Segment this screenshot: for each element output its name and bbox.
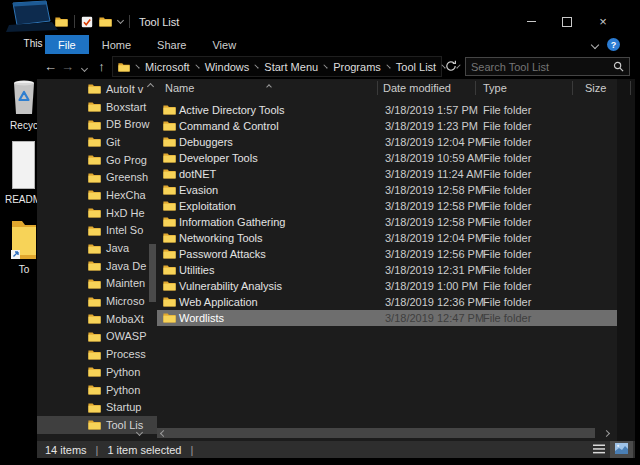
breadcrumb-item[interactable]: Programs	[333, 61, 381, 73]
document-icon	[11, 181, 36, 192]
file-type: File folder	[483, 296, 531, 308]
tree-item[interactable]: Python	[37, 381, 157, 399]
tab-share[interactable]: Share	[144, 35, 199, 54]
this-pc-icon	[6, 24, 60, 35]
tree-item-label: Greensh	[106, 171, 148, 183]
folder-icon	[88, 296, 101, 307]
horizontal-scrollbar[interactable]	[157, 428, 617, 438]
file-date-modified: 3/18/2019 12:04 PM	[385, 136, 484, 148]
column-header-date-modified[interactable]: Date modified	[383, 82, 451, 94]
file-row[interactable]: Exploitation3/18/2019 12:58 PMFile folde…	[157, 198, 617, 214]
minimize-button[interactable]	[513, 9, 549, 35]
thumbnails-view-button[interactable]	[610, 441, 633, 458]
tree-item[interactable]: Greensh	[37, 168, 157, 186]
navigation-pane: AutoIt vBoxstartDB BrowGitGo ProgGreensh…	[37, 79, 157, 441]
column-header-type[interactable]: Type	[483, 82, 507, 94]
file-row[interactable]: Debuggers3/18/2019 12:04 PMFile folder	[157, 134, 617, 150]
desktop-icon-this-pc[interactable]: This	[6, 0, 60, 49]
up-button[interactable]: ↑	[93, 60, 110, 73]
minimize-icon	[527, 21, 536, 22]
horizontal-scrollbar-thumb[interactable]	[157, 428, 595, 438]
column-separator[interactable]	[630, 81, 631, 95]
tree-item[interactable]: Boxstart	[37, 98, 157, 116]
tree-item[interactable]: Mainten	[37, 275, 157, 293]
tree-item[interactable]: DB Brow	[37, 115, 157, 133]
folder-icon	[163, 152, 176, 165]
search-box[interactable]	[465, 57, 630, 76]
breadcrumb-item[interactable]: Tool List	[396, 61, 436, 73]
quick-access-toolbar	[55, 15, 130, 28]
folder-icon[interactable]	[99, 16, 112, 27]
file-row[interactable]: Networking Tools3/18/2019 12:04 PMFile f…	[157, 230, 617, 246]
tree-item[interactable]: MobaXt	[37, 310, 157, 328]
forward-button[interactable]: →	[59, 60, 76, 73]
column-separator[interactable]	[475, 81, 476, 95]
tree-item[interactable]: Git	[37, 133, 157, 151]
checkmark-icon[interactable]	[81, 16, 93, 28]
column-header-name[interactable]: Name	[165, 82, 194, 94]
desktop: { "desktop": { "icons": [ { "id": "this-…	[0, 0, 640, 465]
file-row[interactable]: Utilities3/18/2019 12:31 PMFile folder	[157, 262, 617, 278]
tree-item-label: Go Prog	[106, 154, 147, 166]
expand-ribbon-chevron-icon[interactable]	[591, 40, 599, 48]
crumb-separator-icon[interactable]	[255, 64, 259, 68]
file-date-modified: 3/18/2019 12:56 PM	[385, 248, 484, 260]
column-separator[interactable]	[377, 81, 378, 95]
back-button[interactable]: ←	[42, 60, 59, 73]
file-date-modified: 3/18/2019 1:23 PM	[385, 120, 478, 132]
file-row[interactable]: Web Application3/18/2019 12:36 PMFile fo…	[157, 294, 617, 310]
breadcrumb-item[interactable]: Start Menu	[264, 61, 318, 73]
column-header-size[interactable]: Size	[585, 82, 606, 94]
file-name: Information Gathering	[179, 216, 285, 228]
help-icon[interactable]: ?	[607, 38, 620, 51]
tree-item[interactable]: Startup	[37, 398, 157, 416]
tab-view[interactable]: View	[199, 35, 249, 54]
tree-item[interactable]: Process	[37, 345, 157, 363]
tree-item[interactable]: AutoIt v	[37, 80, 157, 98]
recent-locations-chevron-icon[interactable]	[76, 60, 93, 73]
crumb-separator-icon[interactable]	[386, 64, 390, 68]
file-row[interactable]: Information Gathering3/18/2019 12:58 PMF…	[157, 214, 617, 230]
file-row[interactable]: Active Directory Tools3/18/2019 1:57 PMF…	[157, 102, 617, 118]
tree-item-label: Process	[106, 348, 146, 360]
crumb-separator-icon[interactable]	[195, 64, 199, 68]
tree-item[interactable]: OWASP	[37, 328, 157, 346]
breadcrumb-item[interactable]: Microsoft	[145, 61, 190, 73]
file-row[interactable]: Vulnerability Analysis3/18/2019 1:00 PMF…	[157, 278, 617, 294]
file-row[interactable]: Evasion3/18/2019 12:58 PMFile folder	[157, 182, 617, 198]
folder-icon	[88, 243, 101, 254]
tree-item[interactable]: Intel So	[37, 222, 157, 240]
file-type: File folder	[483, 264, 531, 276]
column-separator[interactable]	[572, 81, 573, 95]
tree-item[interactable]: Microso	[37, 292, 157, 310]
tree-item[interactable]: Python	[37, 363, 157, 381]
tree-item-label: Startup	[106, 401, 141, 413]
folder-icon	[88, 189, 101, 200]
folder-icon	[88, 119, 101, 130]
crumb-separator-icon[interactable]	[324, 64, 328, 68]
breadcrumb[interactable]: Microsoft Windows Start Menu Programs To…	[112, 56, 442, 77]
tree-scrollbar-thumb[interactable]	[149, 244, 156, 302]
tree-item[interactable]: Go Prog	[37, 151, 157, 169]
file-row[interactable]: Wordlists3/18/2019 12:47 PMFile folder	[157, 310, 617, 326]
file-name: Web Application	[179, 296, 258, 308]
tree-item[interactable]: Java De	[37, 257, 157, 275]
tree-item[interactable]: HexCha	[37, 186, 157, 204]
tree-item[interactable]: Java	[37, 239, 157, 257]
search-input[interactable]	[471, 61, 613, 73]
maximize-button[interactable]	[549, 9, 585, 35]
qat-customize-chevron-icon[interactable]	[117, 17, 124, 24]
scroll-right-icon[interactable]	[603, 429, 610, 436]
file-row[interactable]: Command & Control3/18/2019 1:23 PMFile f…	[157, 118, 617, 134]
breadcrumb-item[interactable]: Windows	[205, 61, 250, 73]
details-view-button[interactable]	[587, 441, 610, 458]
window-title: Tool List	[139, 16, 179, 28]
tab-home[interactable]: Home	[89, 35, 144, 54]
file-row[interactable]: dotNET3/18/2019 11:24 AMFile folder	[157, 166, 617, 182]
search-icon[interactable]	[613, 61, 624, 72]
file-name: dotNET	[179, 168, 216, 180]
file-row[interactable]: Developer Tools3/18/2019 10:59 AMFile fo…	[157, 150, 617, 166]
tree-item[interactable]: HxD He	[37, 204, 157, 222]
close-button[interactable]: ×	[585, 9, 621, 35]
file-row[interactable]: Password Attacks3/18/2019 12:56 PMFile f…	[157, 246, 617, 262]
